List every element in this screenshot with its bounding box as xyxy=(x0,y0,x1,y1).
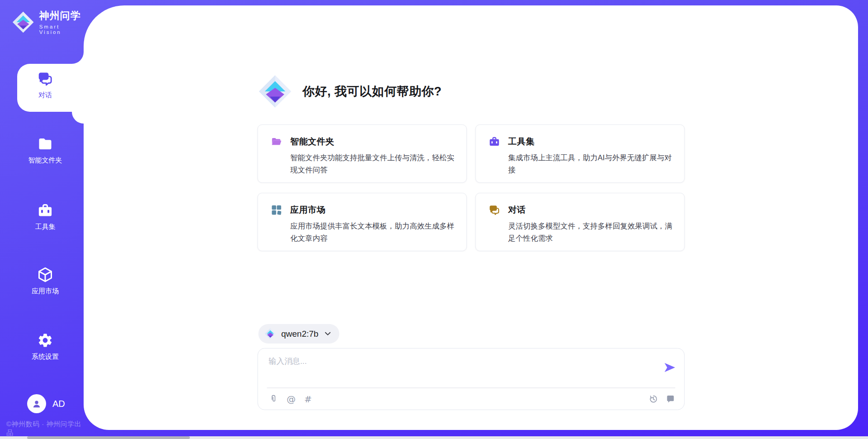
new-chat-button[interactable] xyxy=(665,394,675,404)
brand-gem-icon xyxy=(264,328,276,340)
feature-cards: 智能文件夹 智能文件夹功能支持批量文件上传与清洗，轻松实现文件问答 工具集 集成… xyxy=(257,124,684,251)
card-smart-folder[interactable]: 智能文件夹 智能文件夹功能支持批量文件上传与清洗，轻松实现文件问答 xyxy=(257,124,467,183)
sidebar-item-app-market[interactable]: 应用市场 xyxy=(14,267,77,296)
history-icon xyxy=(648,394,658,404)
chevron-down-icon xyxy=(323,329,332,338)
toolbox-icon xyxy=(488,136,500,148)
folder-open-icon xyxy=(270,136,282,148)
sidebar-item-smart-folder[interactable]: 智能文件夹 xyxy=(14,136,77,165)
tab-corner-bottom xyxy=(72,112,84,124)
hash-icon: # xyxy=(304,395,312,404)
brand-subtitle: Smart Vision xyxy=(39,24,84,35)
chat-square-icon xyxy=(665,394,675,404)
attach-file-button[interactable] xyxy=(269,394,278,404)
toolbox-icon xyxy=(37,202,53,219)
card-title: 工具集 xyxy=(508,136,535,148)
send-arrow-icon xyxy=(663,361,675,374)
message-input[interactable] xyxy=(269,356,648,385)
paperclip-icon xyxy=(269,394,278,404)
mention-icon: @ xyxy=(287,395,296,404)
copyright-footer: ©神州数码 · 神州问学出品 xyxy=(6,420,84,437)
brand-name: 神州问学 xyxy=(39,9,84,23)
brand-gem-icon xyxy=(257,74,292,109)
sidebar-item-label: 智能文件夹 xyxy=(14,156,77,165)
mention-button[interactable]: @ xyxy=(287,395,296,404)
sidebar-item-toolset[interactable]: 工具集 xyxy=(14,202,77,231)
sidebar-item-label: 应用市场 xyxy=(14,287,77,296)
history-button[interactable] xyxy=(648,394,658,404)
card-title: 智能文件夹 xyxy=(290,136,335,148)
app-grid-icon xyxy=(270,204,282,216)
card-title: 对话 xyxy=(508,204,526,216)
model-selector[interactable]: qwen2:7b xyxy=(258,324,339,344)
card-title: 应用市场 xyxy=(290,204,326,216)
brand-gem-icon xyxy=(12,10,35,34)
greeting-title: 你好, 我可以如何帮助你? xyxy=(302,83,442,100)
folder-icon xyxy=(37,136,53,152)
user-name: AD xyxy=(52,399,65,409)
sidebar-item-label: 对话 xyxy=(14,91,77,100)
gear-icon xyxy=(37,332,53,348)
card-app-market[interactable]: 应用市场 应用市场提供丰富长文本模板，助力高效生成多样化文章内容 xyxy=(257,193,467,251)
sidebar: 神州问学 Smart Vision 对话 智能文件夹 工具集 应用市场 系统设置… xyxy=(0,0,84,439)
avatar xyxy=(27,394,46,413)
sidebar-item-label: 系统设置 xyxy=(14,353,77,361)
tab-corner-top xyxy=(72,52,84,64)
cube-icon xyxy=(37,267,53,283)
app-logo: 神州问学 Smart Vision xyxy=(12,9,84,35)
chat-bubbles-icon xyxy=(488,204,500,216)
send-button[interactable] xyxy=(662,361,676,375)
card-description: 集成市场上主流工具，助力AI与外界无缝扩展与对接 xyxy=(508,152,672,176)
model-name: qwen2:7b xyxy=(281,329,318,339)
chat-bubbles-icon xyxy=(37,71,53,87)
card-toolset[interactable]: 工具集 集成市场上主流工具，助力AI与外界无缝扩展与对接 xyxy=(475,124,684,183)
message-composer: @ # xyxy=(257,348,684,410)
hashtag-button[interactable]: # xyxy=(304,395,312,404)
person-avatar-icon xyxy=(31,398,42,410)
greeting-block: 你好, 我可以如何帮助你? xyxy=(257,74,442,109)
sidebar-item-chat[interactable]: 对话 xyxy=(14,71,77,100)
card-chat[interactable]: 对话 灵活切换多模型文件，支持多样回复效果调试，满足个性化需求 xyxy=(475,193,684,251)
sidebar-item-label: 工具集 xyxy=(14,223,77,231)
horizontal-scrollbar xyxy=(0,436,868,439)
sidebar-item-settings[interactable]: 系统设置 xyxy=(14,332,77,361)
card-description: 灵活切换多模型文件，支持多样回复效果调试，满足个性化需求 xyxy=(508,220,672,244)
scrollbar-thumb[interactable] xyxy=(27,436,190,439)
card-description: 智能文件夹功能支持批量文件上传与清洗，轻松实现文件问答 xyxy=(290,152,454,176)
main-content-panel: 你好, 我可以如何帮助你? 智能文件夹 智能文件夹功能支持批量文件上传与清洗，轻… xyxy=(84,5,858,430)
user-account[interactable]: AD xyxy=(27,394,65,413)
card-description: 应用市场提供丰富长文本模板，助力高效生成多样化文章内容 xyxy=(290,220,454,244)
